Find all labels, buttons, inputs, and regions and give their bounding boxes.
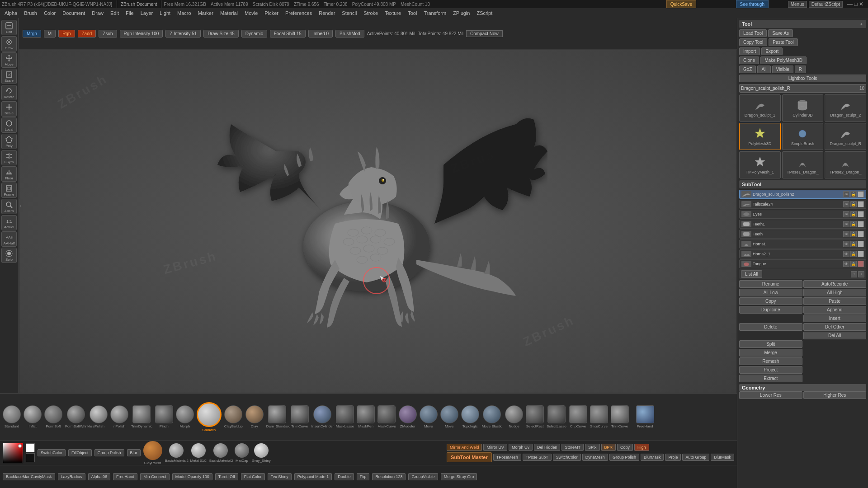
spix-btn[interactable]: SPix	[585, 444, 600, 451]
subtool-paste-btn[interactable]: Paste	[803, 297, 867, 305]
polypaint-btn[interactable]: Polypaint Mode 1	[294, 473, 332, 480]
brush-inflat[interactable]: Inflat	[24, 405, 42, 428]
all-high-btn[interactable]: All High	[803, 289, 867, 296]
tool-thumb-dragon2[interactable]: Dragon_sculpt_2	[825, 94, 866, 122]
menu-tool[interactable]: Tool	[405, 10, 420, 16]
tool-thumb-cylinder3d[interactable]: Cylinder3D	[782, 94, 824, 122]
subtool-copy-btn[interactable]: Copy	[739, 297, 802, 305]
subtool-tongue[interactable]: Tongue 👁 🔒	[739, 259, 866, 268]
menu-preferences[interactable]: Preferences	[283, 10, 315, 16]
rgb-btn[interactable]: Rgb	[58, 30, 75, 38]
blur-btn[interactable]: Blur	[127, 449, 141, 456]
subtool-lock-7[interactable]: 🔒	[850, 251, 857, 257]
dynamic-btn[interactable]: Dynamic	[241, 30, 267, 38]
import-btn[interactable]: Import	[739, 47, 760, 55]
backface-mask-btn[interactable]: BackfaceMar CavityMask	[3, 473, 55, 480]
mirror-copy-btn[interactable]: Copy	[617, 444, 633, 451]
subtool-lock-6[interactable]: 🔒	[850, 241, 857, 247]
subtool-eye-1[interactable]: 👁	[843, 191, 849, 197]
menu-transform[interactable]: Transform	[421, 10, 449, 16]
double-btn[interactable]: Double	[335, 473, 354, 480]
tool-thumb-polymesh3d[interactable]: PolyMesh3D	[739, 123, 781, 150]
floor-tool-btn[interactable]: Floor	[1, 166, 17, 182]
save-as-btn[interactable]: Save As	[768, 29, 793, 37]
bpr-btn[interactable]: BPR	[601, 444, 616, 451]
mat-basic2b[interactable]: BasicMaterial2	[209, 443, 232, 463]
lsym-tool-btn[interactable]: LSym	[1, 150, 17, 165]
menu-file[interactable]: File	[123, 10, 137, 16]
flat-color-btn[interactable]: Flat Color	[241, 473, 265, 480]
mirror-weld-btn[interactable]: Mirror And Weld	[447, 444, 482, 451]
canvas-area[interactable]: ZBrush ZBrush ZBrush ZBrush ZBrush	[19, 50, 737, 393]
alpha-06-btn[interactable]: Alpha 06	[88, 473, 111, 480]
subtool-color-1[interactable]	[858, 191, 864, 197]
see-through-btn[interactable]: See through	[736, 0, 769, 8]
tpose-subt-btn[interactable]: TPose SubT	[523, 454, 552, 461]
paste-tool-btn[interactable]: Paste Tool	[769, 38, 798, 46]
subtool-lock-5[interactable]: 🔒	[850, 231, 857, 237]
mat-grayshiny[interactable]: Gray_Shiny	[252, 443, 271, 463]
subtool-dragon-polish2[interactable]: Dragon_sculpt_polish2 👁 🔒	[739, 190, 866, 199]
quick-save-btn[interactable]: QuickSave	[666, 0, 696, 8]
brush-move[interactable]: Move	[420, 405, 438, 428]
menu-alpha[interactable]: Alpha	[2, 10, 20, 16]
subtool-color-7[interactable]	[858, 251, 864, 257]
blur-mask-btn[interactable]: BlurMask	[641, 454, 664, 461]
all-btn[interactable]: All	[757, 66, 770, 73]
menu-light[interactable]: Light	[157, 10, 173, 16]
split-btn[interactable]: Split	[739, 340, 802, 348]
m-btn[interactable]: M	[44, 30, 56, 38]
brush-selectrect[interactable]: SelectRect	[526, 405, 544, 428]
subtool-lock-2[interactable]: 🔒	[850, 201, 857, 207]
brush-maskpen[interactable]: MaskPen	[357, 405, 375, 428]
subtool-color-2[interactable]	[858, 201, 864, 207]
fill-object-btn[interactable]: FillObject	[68, 449, 92, 456]
zadd-btn[interactable]: Zadd	[78, 30, 96, 38]
export-btn[interactable]: Export	[761, 47, 783, 55]
mat-basic2[interactable]: BasicMaterial2	[165, 443, 188, 463]
brush-claybuldup[interactable]: ClayBuldup	[224, 405, 243, 428]
brush-move2[interactable]: Move	[440, 405, 458, 428]
menu-color[interactable]: Color	[41, 10, 58, 16]
swatch-white[interactable]	[26, 443, 35, 452]
brush-npolish[interactable]: nPolish	[110, 405, 128, 428]
load-tool-btn[interactable]: Load Tool	[739, 29, 767, 37]
rotate-tool-btn[interactable]: Rotate	[1, 85, 17, 100]
scale-tool-btn[interactable]: Scale	[1, 69, 17, 84]
subtool-horns1[interactable]: Horns1 👁 🔒	[739, 239, 866, 249]
project-btn[interactable]: Project	[739, 366, 802, 374]
proje-btn[interactable]: Proje	[665, 454, 681, 461]
menu-zscript[interactable]: ZScript	[474, 10, 495, 16]
copy-tool-btn[interactable]: Copy Tool	[739, 38, 767, 46]
make-polymesh-btn[interactable]: Make PolyMesh3D	[760, 56, 807, 64]
menu-material[interactable]: Material	[217, 10, 241, 16]
storemt-btn[interactable]: StoreMT	[561, 444, 584, 451]
higher-res-btn[interactable]: Higher Res	[803, 391, 867, 399]
brush-selectlasso[interactable]: SelectLasso	[547, 405, 566, 428]
brush-dam[interactable]: Dam_Standard	[266, 405, 288, 428]
brush-pinch[interactable]: Pinch	[155, 405, 173, 428]
imbed-btn[interactable]: Imbed 0	[308, 30, 333, 38]
min-connect-btn[interactable]: Min Connect	[140, 473, 170, 480]
high-btn[interactable]: High	[634, 444, 649, 451]
menu-zplugin[interactable]: ZPlugin	[450, 10, 472, 16]
menu-render[interactable]: Render	[316, 10, 338, 16]
zoom-tool-btn[interactable]: Zoom	[1, 199, 17, 214]
subtool-lock-1[interactable]: 🔒	[850, 191, 857, 197]
subtool-eyes[interactable]: Eyes 👁 🔒	[739, 210, 866, 219]
del-other-btn[interactable]: Del Other	[803, 323, 867, 331]
gscale-tool-btn[interactable]: Scale	[1, 101, 17, 117]
local-tool-btn[interactable]: Local	[1, 117, 17, 133]
subtool-lock-3[interactable]: 🔒	[850, 211, 857, 217]
draw-size-btn[interactable]: Draw Size 45	[203, 30, 238, 38]
subtool-color-6[interactable]	[858, 241, 864, 247]
list-all-icon-2[interactable]: ↓	[858, 271, 864, 277]
tool-thumb-tpose2[interactable]: TPose2_Dragon_	[825, 151, 866, 178]
subtool-eye-6[interactable]: 👁	[843, 241, 849, 247]
lightbox-tools-btn[interactable]: Lightbox Tools	[739, 75, 866, 82]
solo-tool-btn[interactable]: Solo	[1, 248, 17, 263]
brush-nudge[interactable]: Nudge	[505, 405, 523, 428]
subtool-eye-3[interactable]: 👁	[843, 211, 849, 217]
tool-thumb-tmpolymesh1[interactable]: TMPolyMesh_1	[739, 151, 781, 178]
draw-tool-btn[interactable]: Draw	[1, 36, 17, 52]
